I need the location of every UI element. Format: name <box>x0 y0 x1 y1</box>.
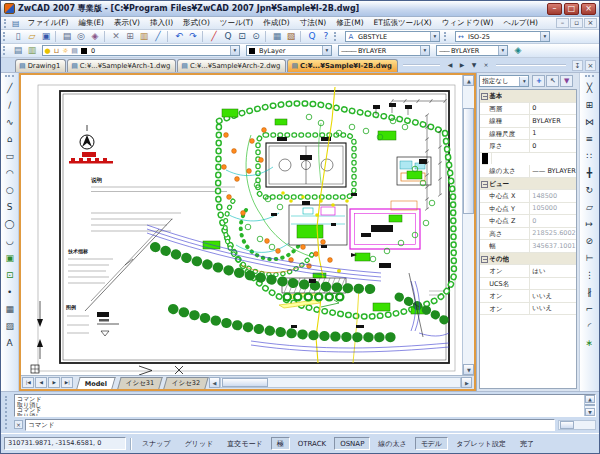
point-icon[interactable]: • <box>2 285 17 302</box>
help-icon[interactable]: ? <box>319 31 333 43</box>
menu-format[interactable]: 形式(O) <box>178 18 215 28</box>
separator[interactable] <box>104 31 107 42</box>
layer-plot-icon[interactable]: ▤ <box>70 47 79 55</box>
property-row[interactable]: 画層 0 <box>480 103 575 116</box>
otrack-toggle[interactable]: OTRACK <box>292 437 333 450</box>
text-style-combo[interactable]: A GBSTYLE ▾ <box>345 31 440 42</box>
chamfer-icon[interactable]: ⌐ <box>582 302 597 319</box>
next-sheet-icon[interactable]: ▶ <box>48 377 60 388</box>
property-row[interactable]: 高さ 218525.6002 <box>480 228 575 241</box>
layer-properties-icon[interactable]: ▤ <box>11 45 25 57</box>
erase-icon[interactable]: ╳ <box>582 81 597 98</box>
zoom-window-icon[interactable]: ⊡ <box>235 31 249 43</box>
tab-scroll-left-icon[interactable]: ◀ <box>444 59 456 71</box>
properties-icon[interactable]: ▦ <box>270 31 284 43</box>
tab-i-2b[interactable]: ▤C:¥...¥Sample¥I-2B.dwg <box>287 59 398 72</box>
open-icon[interactable]: ▱ <box>25 31 39 43</box>
tab-list-icon[interactable]: ▼ <box>468 59 480 71</box>
spline-icon[interactable]: S <box>2 200 17 217</box>
scroll-left-icon[interactable]: ◀ <box>209 377 220 388</box>
separator[interactable] <box>300 31 303 42</box>
scale-icon[interactable]: ▱ <box>582 200 597 217</box>
layer-lock-icon[interactable]: ⊔ <box>52 47 61 55</box>
zoom-previous-icon[interactable]: ⊙ <box>249 31 263 43</box>
command-vscrollbar[interactable]: ▲ ▼ <box>584 395 595 416</box>
polygon-icon[interactable]: ⌂ <box>2 132 17 149</box>
layout2-tab[interactable]: イシセ32 <box>163 377 209 389</box>
menu-insert[interactable]: 挿入(I) <box>145 18 178 28</box>
property-row[interactable]: 厚さ 0 <box>480 140 575 153</box>
ellipse-icon[interactable]: ◯ <box>2 217 17 234</box>
property-row[interactable]: オン いいえ <box>480 290 575 303</box>
separator[interactable] <box>55 31 58 42</box>
quick-select-icon[interactable]: + <box>532 75 545 87</box>
separator[interactable] <box>265 31 268 42</box>
paste-icon[interactable]: ▥ <box>137 31 151 43</box>
zoom-realtime-icon[interactable]: Q <box>221 31 235 43</box>
prev-sheet-icon[interactable]: ◀ <box>35 377 47 388</box>
fillet-icon[interactable]: ◜ <box>582 319 597 336</box>
command-close-icon[interactable]: × <box>14 420 23 429</box>
property-row[interactable]: ビュー <box>480 178 575 191</box>
color-combo[interactable]: ByLayer ▾ <box>246 45 332 56</box>
close-button[interactable]: × <box>581 3 596 15</box>
command-scroll-track[interactable] <box>585 403 595 408</box>
property-row[interactable]: 色 ByLayer <box>482 153 488 166</box>
selection-filter-combo[interactable]: 指定なし ▾ <box>479 75 529 87</box>
ortho-toggle[interactable]: 直交モード <box>221 437 268 450</box>
hatch-icon[interactable]: ▦ <box>2 302 17 319</box>
model-toggle[interactable]: モデル <box>415 437 449 450</box>
make-block-icon[interactable]: ⊡ <box>2 268 17 285</box>
menu-draw[interactable]: 作成(D) <box>258 18 295 28</box>
menu-tools[interactable]: ツール(T) <box>215 18 258 28</box>
dropdown-arrow-icon[interactable]: ▾ <box>230 46 239 55</box>
property-row[interactable]: 線種尺度 1 <box>480 128 575 141</box>
dropdown-arrow-icon[interactable]: ▾ <box>540 32 549 41</box>
drawing-canvas[interactable]: 说明 技术指标 图例 <box>21 75 462 375</box>
move-icon[interactable]: ╋ <box>582 166 597 183</box>
line-icon[interactable]: ╱ <box>2 81 17 98</box>
break-at-point-icon[interactable]: ⋮ <box>582 268 597 285</box>
separator[interactable] <box>167 31 170 42</box>
object-filter-icon[interactable]: ▼ <box>560 75 573 87</box>
mdi-close-button[interactable]: × <box>584 18 597 28</box>
linetype-combo[interactable]: ——— BYLAYER ▾ <box>338 45 430 56</box>
construction-line-icon[interactable]: ∕ <box>2 98 17 115</box>
print-icon[interactable]: ▤ <box>60 31 74 43</box>
property-row[interactable]: 基本 <box>480 90 575 103</box>
scroll-up-icon[interactable]: ▲ <box>585 395 595 403</box>
property-row[interactable]: その他 <box>480 253 575 266</box>
dropdown-arrow-icon[interactable]: ▾ <box>322 46 331 55</box>
array-icon[interactable]: ∷ <box>582 149 597 166</box>
hscroll-thumb[interactable] <box>222 378 268 387</box>
gradient-icon[interactable]: ▨ <box>2 319 17 336</box>
circle-icon[interactable]: ○ <box>2 183 17 200</box>
property-row[interactable]: UCS名 <box>480 278 575 291</box>
mirror-icon[interactable]: ⋈ <box>582 115 597 132</box>
menu-view[interactable]: 表示(V) <box>109 18 145 28</box>
polyline-icon[interactable]: ∿ <box>2 115 17 132</box>
menu-edit[interactable]: 編集(E) <box>73 18 109 28</box>
scroll-down-icon[interactable]: ▼ <box>585 408 595 416</box>
scroll-up-icon[interactable]: ▲ <box>463 75 474 86</box>
polar-toggle[interactable]: 極 <box>271 437 290 450</box>
arc-icon[interactable]: ◠ <box>2 166 17 183</box>
first-sheet-icon[interactable]: |◀ <box>22 377 34 388</box>
model-tab[interactable]: Model <box>77 377 117 389</box>
trim-icon[interactable]: ⊘ <box>582 234 597 251</box>
osnap-toggle[interactable]: OSNAP <box>334 437 370 450</box>
cut-icon[interactable]: ✕ <box>109 31 123 43</box>
command-hscroll-thumb[interactable] <box>560 421 574 429</box>
tablet-settings[interactable]: タブレット設定 <box>450 437 512 450</box>
property-row[interactable]: オン はい <box>480 265 575 278</box>
menu-et-extend[interactable]: ET拡張ツール(X) <box>369 18 437 28</box>
dropdown-arrow-icon[interactable]: ▾ <box>498 46 507 55</box>
mdi-minimize-button[interactable]: – <box>556 18 569 28</box>
palette-pin-icon[interactable]: ↧ <box>572 60 583 71</box>
extend-icon[interactable]: ⊢ <box>582 251 597 268</box>
insert-block-icon[interactable]: ▣ <box>2 251 17 268</box>
text-icon[interactable]: A <box>2 336 17 353</box>
hscroll-track[interactable] <box>220 377 461 388</box>
undo-icon[interactable]: ↶ <box>172 31 186 43</box>
rectangle-icon[interactable]: ▭ <box>2 149 17 166</box>
